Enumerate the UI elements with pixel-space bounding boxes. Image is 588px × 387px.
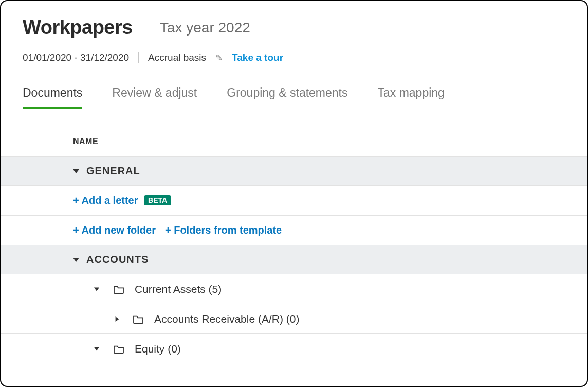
chevron-down-icon xyxy=(73,258,79,262)
take-tour-link[interactable]: Take a tour xyxy=(232,52,283,63)
tab-review-adjust[interactable]: Review & adjust xyxy=(112,86,197,109)
section-accounts[interactable]: ACCOUNTS xyxy=(1,245,587,274)
folder-accounts-receivable[interactable]: Accounts Receivable (A/R) (0) xyxy=(1,304,587,333)
beta-badge: BETA xyxy=(144,195,171,205)
folder-label: Current Assets (5) xyxy=(135,283,222,295)
row-folder-actions: + Add new folder + Folders from template xyxy=(1,215,587,245)
date-range: 01/01/2020 - 31/12/2020 xyxy=(23,52,129,63)
pencil-icon[interactable]: ✎ xyxy=(215,52,223,63)
section-general[interactable]: GENERAL xyxy=(1,156,587,185)
tab-documents[interactable]: Documents xyxy=(23,86,82,109)
chevron-right-icon xyxy=(116,316,119,321)
page-subtitle: Tax year 2022 xyxy=(160,20,250,36)
page-title: Workpapers xyxy=(23,16,133,39)
folders-template-link[interactable]: + Folders from template xyxy=(165,224,282,236)
folder-equity[interactable]: Equity (0) xyxy=(1,333,587,363)
tab-tax-mapping[interactable]: Tax mapping xyxy=(377,86,444,109)
folder-icon xyxy=(133,314,144,324)
add-letter-link[interactable]: + Add a letter xyxy=(73,195,138,206)
divider xyxy=(138,52,139,63)
folder-label: Equity (0) xyxy=(135,343,181,355)
row-add-letter: + Add a letter BETA xyxy=(1,185,587,215)
folder-label: Accounts Receivable (A/R) (0) xyxy=(154,313,299,325)
column-header-name: NAME xyxy=(1,137,587,156)
title-row: Workpapers Tax year 2022 xyxy=(23,16,565,39)
section-label: GENERAL xyxy=(86,165,140,177)
add-folder-link[interactable]: + Add new folder xyxy=(73,224,156,236)
tab-grouping-statements[interactable]: Grouping & statements xyxy=(227,86,347,109)
chevron-down-icon xyxy=(94,287,99,291)
folder-icon xyxy=(113,285,124,294)
tabs: Documents Review & adjust Grouping & sta… xyxy=(1,86,587,109)
divider xyxy=(146,18,146,38)
header: Workpapers Tax year 2022 01/01/2020 - 31… xyxy=(1,1,587,67)
app-window: Workpapers Tax year 2022 01/01/2020 - 31… xyxy=(0,0,588,387)
section-label: ACCOUNTS xyxy=(86,254,149,266)
chevron-down-icon xyxy=(73,169,79,173)
meta-row: 01/01/2020 - 31/12/2020 Accrual basis ✎ … xyxy=(23,52,565,63)
basis-label: Accrual basis xyxy=(148,52,206,63)
folder-current-assets[interactable]: Current Assets (5) xyxy=(1,274,587,304)
folder-icon xyxy=(113,344,124,354)
chevron-down-icon xyxy=(94,347,99,350)
content: NAME GENERAL + Add a letter BETA + Add n… xyxy=(1,109,587,363)
